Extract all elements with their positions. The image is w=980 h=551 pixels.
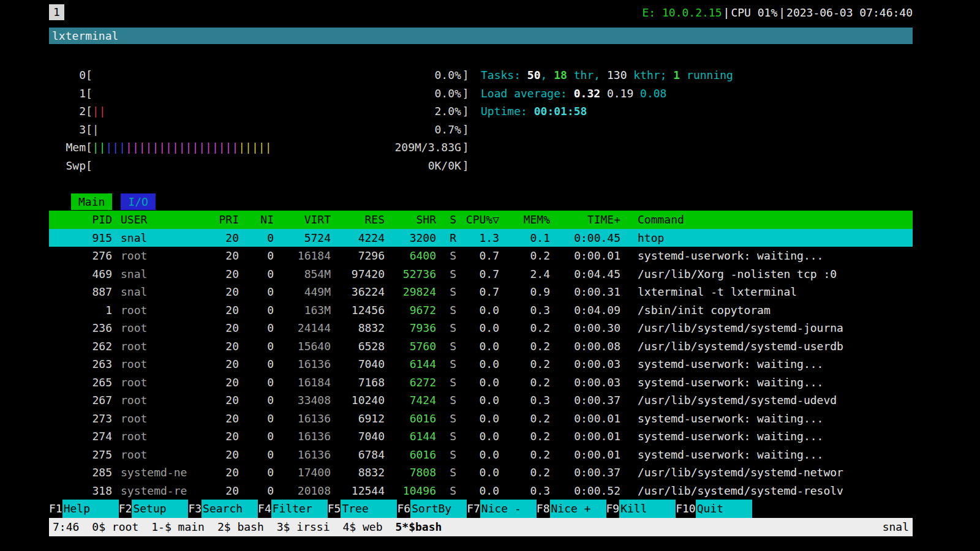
cell-pri: 20: [210, 373, 239, 392]
column-header-pri[interactable]: PRI: [210, 211, 239, 229]
fkey-number: F5: [328, 500, 341, 518]
column-header-shr[interactable]: SHR: [385, 211, 436, 229]
fkey-number: F9: [606, 500, 620, 518]
cell-res: 6912: [331, 410, 385, 428]
cell-s: S: [436, 463, 456, 482]
memory-meter: Mem[|||||||||||||||||||||||||||209M/3.83…: [49, 138, 481, 157]
cell-cpu: 0.0: [456, 355, 499, 373]
cell-user: root: [112, 373, 210, 392]
cell-pid: 273: [49, 410, 112, 428]
fkey-help[interactable]: F1Help: [49, 500, 119, 518]
process-row[interactable]: 285systemd-ne2001740088327808S0.00.20:00…: [49, 463, 913, 482]
cell-ni: 0: [239, 373, 274, 392]
column-header-s[interactable]: S: [436, 211, 456, 229]
fkey-search[interactable]: F3Search: [188, 500, 258, 518]
column-header-res[interactable]: RES: [331, 211, 385, 229]
column-header-user[interactable]: USER: [112, 211, 210, 229]
process-row[interactable]: 469snal200854M9742052736S0.72.40:04.45/u…: [49, 265, 913, 283]
column-header-ni[interactable]: NI: [239, 211, 274, 229]
cpu-usage: CPU 01%: [731, 6, 777, 19]
column-header-pid[interactable]: PID: [49, 211, 112, 229]
cell-time: 0:00.30: [550, 319, 620, 337]
fkey-tree[interactable]: F5Tree: [328, 500, 398, 518]
cell-virt: 24144: [274, 319, 331, 337]
cell-ni: 0: [239, 265, 274, 283]
process-row[interactable]: 273root2001613669126016S0.00.20:00.01sys…: [49, 410, 913, 428]
cell-time: 0:00.01: [550, 446, 620, 464]
cell-ni: 0: [239, 319, 274, 337]
cell-mem: 0.2: [499, 410, 550, 428]
cell-pri: 20: [210, 265, 239, 283]
cell-cmd: systemd-userwork: waiting...: [620, 410, 913, 428]
process-row[interactable]: 262root2001564065285760S0.00.20:00.08/us…: [49, 337, 913, 356]
cell-res: 10240: [331, 391, 385, 410]
cell-ni: 0: [239, 427, 274, 446]
fkey-sortby[interactable]: F6SortBy: [397, 500, 467, 518]
cell-res: 4224: [331, 229, 385, 247]
process-row[interactable]: 276root2001618472966400S0.70.20:00.01sys…: [49, 247, 913, 265]
column-header-virt[interactable]: VIRT: [274, 211, 331, 229]
fkey-kill[interactable]: F9Kill: [606, 500, 676, 518]
fkey-nice-[interactable]: F8Nice +: [537, 500, 606, 518]
process-row[interactable]: 267root20033408102407424S0.00.30:00.37/u…: [49, 391, 913, 410]
cell-cmd: /usr/lib/systemd/systemd-resolv: [620, 482, 913, 500]
workspace-indicator[interactable]: 1: [49, 4, 64, 20]
cell-ni: 0: [239, 463, 274, 482]
tab-main[interactable]: Main: [71, 193, 112, 210]
cpu2-meter: 2[||2.0%]: [49, 102, 481, 121]
meter-value: 0K/0K: [428, 157, 461, 175]
process-row[interactable]: 915snal200572442243200R1.30.10:00.45htop: [49, 229, 913, 247]
fkey-label: Search: [202, 500, 258, 518]
cell-mem: 0.9: [499, 283, 550, 301]
cell-shr: 6016: [385, 446, 436, 464]
column-header-cmd[interactable]: Command: [620, 211, 913, 229]
tab-io[interactable]: I/O: [121, 193, 156, 210]
cell-cpu: 0.0: [456, 337, 499, 356]
cell-res: 12544: [331, 482, 385, 500]
cell-ni: 0: [239, 247, 274, 265]
cell-pri: 20: [210, 229, 239, 247]
network-address: E: 10.0.2.15: [643, 6, 722, 19]
fkey-setup[interactable]: F2Setup: [119, 500, 189, 518]
meter-bar: |0.7%: [92, 121, 462, 139]
cell-cpu: 0.0: [456, 463, 499, 482]
screen-status-bar: 7:460$ root1-$ main2$ bash3$ irssi4$ web…: [49, 518, 913, 536]
cell-cpu: 0.0: [456, 373, 499, 392]
cell-time: 0:00.45: [550, 229, 620, 247]
fkey-quit[interactable]: F10Quit: [676, 500, 752, 518]
uptime-line: Uptime: 00:01:58: [481, 102, 733, 121]
cell-cpu: 0.7: [456, 247, 499, 265]
cell-user: snal: [112, 229, 210, 247]
fkey-number: F10: [676, 500, 696, 518]
cell-s: S: [436, 391, 456, 410]
column-header-cpu[interactable]: CPU%▽: [456, 211, 499, 229]
meter-bar: ||2.0%: [92, 102, 462, 121]
fkey-nice-[interactable]: F7Nice -: [467, 500, 537, 518]
cell-pid: 275: [49, 446, 112, 464]
fkey-filter[interactable]: F4Filter: [258, 500, 328, 518]
cell-pid: 469: [49, 265, 112, 283]
column-header-mem[interactable]: MEM%: [499, 211, 550, 229]
process-row[interactable]: 274root2001613670406144S0.00.20:00.01sys…: [49, 427, 913, 446]
process-row[interactable]: 318systemd-re200201081254410496S0.00.30:…: [49, 482, 913, 500]
process-row[interactable]: 236root2002414488327936S0.00.20:00.30/us…: [49, 319, 913, 337]
window-titlebar[interactable]: lxterminal: [49, 28, 913, 44]
column-header-time[interactable]: TIME+: [550, 211, 620, 229]
process-row[interactable]: 1root200163M124569672S0.00.30:04.09/sbin…: [49, 301, 913, 320]
process-row[interactable]: 275root2001613667846016S0.00.20:00.01sys…: [49, 446, 913, 464]
cell-mem: 0.2: [499, 337, 550, 356]
process-row[interactable]: 265root2001618471686272S0.00.20:00.03sys…: [49, 373, 913, 392]
cell-time: 0:00.52: [550, 482, 620, 500]
process-row[interactable]: 263root2001613670406144S0.00.20:00.03sys…: [49, 355, 913, 373]
cell-pid: 276: [49, 247, 112, 265]
cell-mem: 0.2: [499, 373, 550, 392]
cell-shr: 6144: [385, 355, 436, 373]
cell-shr: 6400: [385, 247, 436, 265]
fkey-number: F4: [258, 500, 271, 518]
cell-shr: 6272: [385, 373, 436, 392]
fkey-label: Filter: [271, 500, 328, 518]
cell-cpu: 0.0: [456, 427, 499, 446]
process-row[interactable]: 887snal200449M3622429824S0.70.90:00.31lx…: [49, 283, 913, 301]
fkey-number: F3: [188, 500, 202, 518]
cell-cpu: 0.0: [456, 319, 499, 337]
